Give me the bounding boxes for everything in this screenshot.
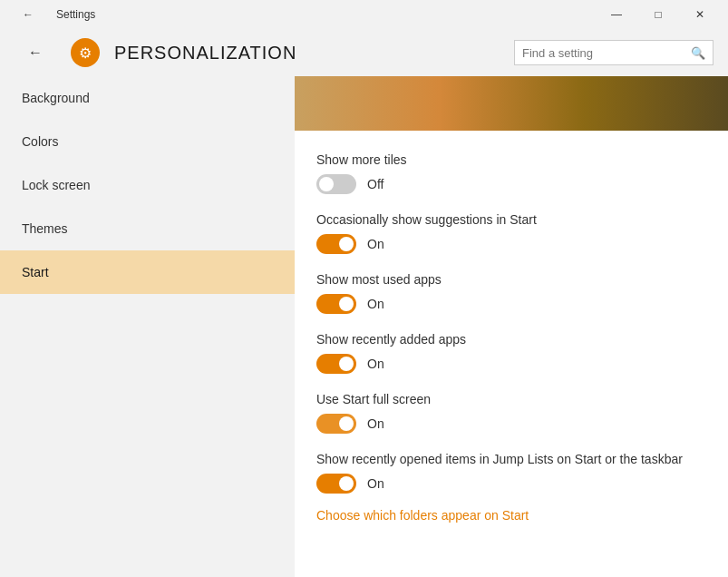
minimize-button[interactable]: —	[596, 0, 637, 29]
setting-show-recently-added: Show recently added apps On	[295, 318, 728, 374]
sidebar-item-lock-screen[interactable]: Lock screen	[0, 163, 295, 207]
setting-label-show-most-used: Show most used apps	[316, 272, 706, 287]
main-layout: Background Colors Lock screen Themes Sta…	[0, 76, 728, 577]
toggle-text-show-recently-opened: On	[367, 476, 384, 491]
sidebar-item-start[interactable]: Start	[0, 250, 295, 294]
sidebar-item-themes[interactable]: Themes	[0, 207, 295, 250]
setting-show-recently-opened: Show recently opened items in Jump Lists…	[295, 437, 728, 494]
search-icon: 🔍	[691, 46, 705, 60]
toggle-show-recently-added[interactable]	[316, 354, 356, 374]
setting-label-use-start-full-screen: Use Start full screen	[316, 392, 706, 406]
toggle-row-show-more-tiles: Off	[316, 174, 706, 194]
titlebar-controls: — □ ✕	[596, 0, 721, 29]
personalization-icon: ⚙	[71, 38, 100, 67]
toggle-text-show-most-used: On	[367, 297, 384, 311]
sidebar-item-colors[interactable]: Colors	[0, 120, 295, 163]
setting-label-show-suggestions: Occasionally show suggestions in Start	[316, 212, 706, 227]
titlebar: ← Settings — □ ✕	[0, 0, 728, 29]
search-input[interactable]	[522, 46, 691, 60]
toggle-row-show-suggestions: On	[316, 234, 706, 254]
setting-label-show-recently-opened: Show recently opened items in Jump Lists…	[316, 452, 706, 466]
header-back-button[interactable]: ←	[15, 38, 56, 67]
header: ← ⚙ PERSONALIZATION 🔍	[0, 29, 728, 76]
toggle-row-show-recently-added: On	[316, 354, 706, 374]
toggle-use-start-full-screen[interactable]	[316, 414, 356, 434]
setting-show-more-tiles: Show more tiles Off	[295, 138, 728, 194]
toggle-row-show-recently-opened: On	[316, 474, 706, 494]
sidebar-item-background[interactable]: Background	[0, 76, 295, 120]
setting-use-start-full-screen: Use Start full screen On	[295, 377, 728, 434]
toggle-show-recently-opened[interactable]	[316, 474, 356, 494]
toggle-show-suggestions[interactable]	[316, 234, 356, 254]
setting-label-show-recently-added: Show recently added apps	[316, 332, 706, 347]
content-area: Show more tiles Off Occasionally show su…	[295, 76, 728, 577]
setting-show-most-used: Show most used apps On	[295, 258, 728, 314]
toggle-text-use-start-full-screen: On	[367, 416, 384, 431]
close-button[interactable]: ✕	[679, 0, 721, 29]
maximize-button[interactable]: □	[637, 0, 679, 29]
toggle-text-show-suggestions: On	[367, 237, 384, 251]
back-button[interactable]: ←	[7, 0, 49, 29]
titlebar-left: ← Settings	[7, 0, 95, 29]
toggle-show-most-used[interactable]	[316, 294, 356, 314]
banner-image	[295, 76, 728, 131]
toggle-show-more-tiles[interactable]	[316, 174, 356, 194]
titlebar-title: Settings	[56, 8, 95, 21]
search-box[interactable]: 🔍	[514, 40, 713, 65]
choose-folders-link[interactable]: Choose which folders appear on Start	[295, 497, 728, 523]
setting-show-suggestions: Occasionally show suggestions in Start O…	[295, 198, 728, 254]
toggle-row-use-start-full-screen: On	[316, 414, 706, 434]
sidebar: Background Colors Lock screen Themes Sta…	[0, 76, 295, 577]
toggle-row-show-most-used: On	[316, 294, 706, 314]
toggle-text-show-recently-added: On	[367, 357, 384, 371]
setting-label-show-more-tiles: Show more tiles	[316, 152, 706, 167]
toggle-text-show-more-tiles: Off	[367, 177, 383, 191]
page-title: PERSONALIZATION	[114, 43, 500, 64]
